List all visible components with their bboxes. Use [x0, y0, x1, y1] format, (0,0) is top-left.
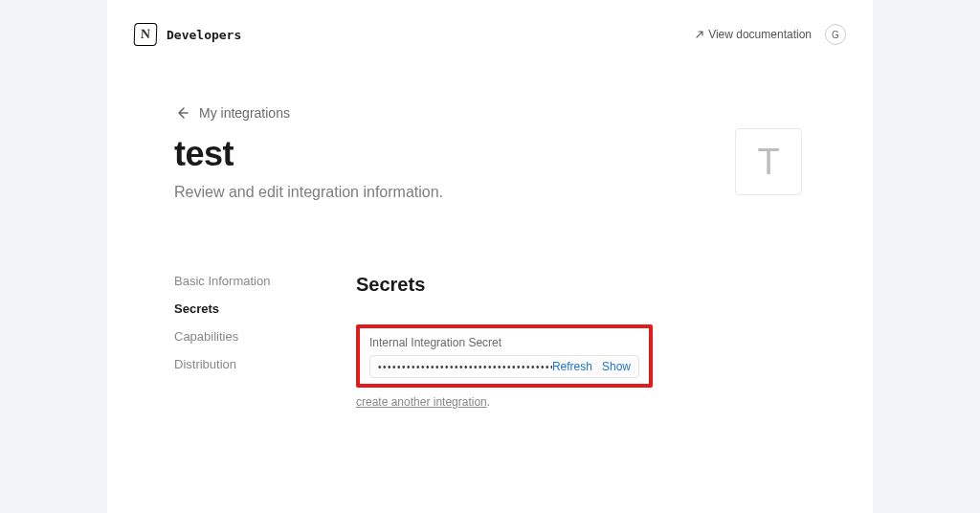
secret-highlight-box: Internal Integration Secret ••••••••••••… — [356, 324, 653, 388]
sidebar-item-basic-information[interactable]: Basic Information — [174, 274, 299, 288]
secret-label: Internal Integration Secret — [369, 336, 639, 349]
secret-actions: Refresh Show — [552, 360, 631, 373]
help-text: create another integration. — [356, 395, 653, 409]
doc-link-label: View documentation — [708, 28, 812, 41]
avatar-initial: G — [832, 30, 839, 40]
topbar-right: View documentation G — [695, 24, 846, 45]
main-panel: Secrets Internal Integration Secret ••••… — [356, 274, 806, 409]
content-area: My integrations test Review and edit int… — [107, 50, 873, 409]
sidebar-item-secrets[interactable]: Secrets — [174, 301, 299, 316]
brand-text: Developers — [167, 28, 241, 42]
hero-section: test Review and edit integration informa… — [174, 134, 806, 201]
page-title: test — [174, 134, 735, 174]
topbar: N Developers View documentation G — [107, 19, 873, 50]
secret-input-row: ••••••••••••••••••••••••••••••••••••••••… — [369, 355, 639, 378]
breadcrumb-label: My integrations — [199, 105, 290, 121]
settings-sidebar: Basic Information Secrets Capabilities D… — [174, 274, 299, 409]
show-button[interactable]: Show — [602, 360, 631, 373]
arrow-left-icon — [174, 105, 189, 121]
integration-icon-tile[interactable]: T — [735, 128, 802, 195]
page-subtitle: Review and edit integration information. — [174, 184, 735, 201]
refresh-button[interactable]: Refresh — [552, 360, 592, 373]
external-link-icon — [695, 30, 704, 39]
app-frame: N Developers View documentation G My int… — [107, 0, 873, 513]
breadcrumb-back[interactable]: My integrations — [174, 105, 806, 121]
create-another-integration-link[interactable]: create another integration — [356, 395, 487, 409]
notion-logo-icon: N — [134, 23, 158, 46]
user-avatar[interactable]: G — [825, 24, 846, 45]
integration-icon-letter: T — [757, 142, 779, 183]
view-documentation-link[interactable]: View documentation — [695, 28, 812, 41]
columns: Basic Information Secrets Capabilities D… — [174, 274, 806, 409]
secret-masked-value: ••••••••••••••••••••••••••••••••••••••••… — [378, 362, 552, 372]
sidebar-item-distribution[interactable]: Distribution — [174, 357, 299, 371]
sidebar-item-capabilities[interactable]: Capabilities — [174, 329, 299, 344]
brand[interactable]: N Developers — [134, 23, 241, 46]
section-heading: Secrets — [356, 274, 806, 296]
